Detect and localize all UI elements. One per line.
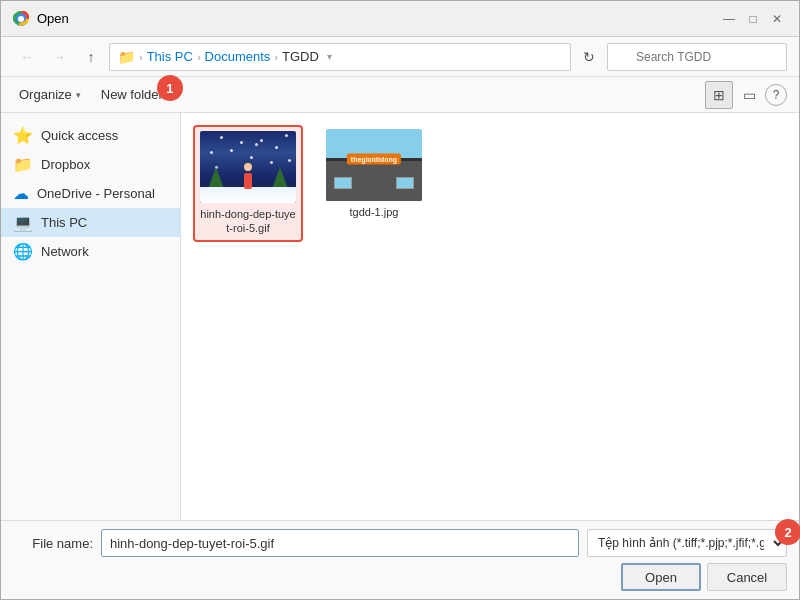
titlebar: Open — □ ✕ <box>1 1 799 37</box>
sidebar-item-label: Dropbox <box>41 157 90 172</box>
up-button[interactable]: ↑ <box>77 43 105 71</box>
step2-badge: 2 <box>775 519 800 545</box>
sidebar: ⭐ Quick access 📁 Dropbox ☁ OneDrive - Pe… <box>1 113 181 520</box>
file-grid: hinh-dong-dep-tuyet-roi-5.gif thegioidid… <box>193 125 787 242</box>
store-window-left <box>334 177 352 189</box>
store-window-right <box>396 177 414 189</box>
view-medium-icons-icon: ⊞ <box>713 87 725 103</box>
step1-badge: 1 <box>157 75 183 101</box>
breadcrumb-sep2: › <box>197 51 201 63</box>
this-pc-icon: 💻 <box>13 213 33 232</box>
snow-scene <box>200 131 296 203</box>
sidebar-item-label: OneDrive - Personal <box>37 186 155 201</box>
chrome-icon <box>13 11 29 27</box>
view-panel-button[interactable]: ▭ <box>735 81 763 109</box>
sidebar-item-quick-access[interactable]: ⭐ Quick access <box>1 121 180 150</box>
back-icon: ← <box>20 49 34 65</box>
organize-label: Organize <box>19 87 72 102</box>
person-body <box>244 173 252 189</box>
help-icon: ? <box>773 88 780 102</box>
onedrive-icon: ☁ <box>13 184 29 203</box>
minimize-button[interactable]: — <box>719 9 739 29</box>
svg-point-1 <box>18 16 24 22</box>
action-row: Open Cancel <box>13 563 787 591</box>
close-button[interactable]: ✕ <box>767 9 787 29</box>
dropbox-icon: 📁 <box>13 155 33 174</box>
sidebar-item-label: This PC <box>41 215 87 230</box>
breadcrumb-this-pc[interactable]: This PC <box>147 49 193 64</box>
sidebar-item-this-pc[interactable]: 💻 This PC <box>1 208 180 237</box>
file-name-gif: hinh-dong-dep-tuyet-roi-5.gif <box>199 207 297 236</box>
file-item-gif[interactable]: hinh-dong-dep-tuyet-roi-5.gif <box>193 125 303 242</box>
cancel-button[interactable]: Cancel <box>707 563 787 591</box>
breadcrumb-chevron: ▾ <box>327 51 332 62</box>
tree-right-icon <box>272 167 288 189</box>
maximize-button[interactable]: □ <box>743 9 763 29</box>
breadcrumb[interactable]: 📁 › This PC › Documents › TGDD ▾ <box>109 43 571 71</box>
filename-input[interactable] <box>101 529 579 557</box>
open-button[interactable]: Open <box>621 563 701 591</box>
filetype-select[interactable]: Tệp hình ảnh (*.tiff;*.pjp;*.jfif;*.g <box>587 529 787 557</box>
organize-button[interactable]: Organize ▾ <box>13 85 87 104</box>
file-area: hinh-dong-dep-tuyet-roi-5.gif thegioidid… <box>181 113 799 520</box>
person-head <box>244 163 252 171</box>
refresh-button[interactable]: ↻ <box>575 43 603 71</box>
store-sign: thegioididong <box>347 154 401 165</box>
file-thumbnail-jpg: thegioididong <box>326 129 422 201</box>
breadcrumb-sep3: › <box>274 51 278 63</box>
file-item-jpg[interactable]: thegioididong tgdd-1.jpg <box>319 125 429 242</box>
view-medium-icons-button[interactable]: ⊞ <box>705 81 733 109</box>
file-name-jpg: tgdd-1.jpg <box>350 205 399 219</box>
new-folder-label: New folder <box>101 87 163 102</box>
sidebar-item-network[interactable]: 🌐 Network <box>1 237 180 266</box>
up-icon: ↑ <box>88 49 95 65</box>
store-scene: thegioididong <box>326 129 422 201</box>
forward-icon: → <box>52 49 66 65</box>
snow-ground <box>200 187 296 203</box>
bottom-bar: File name: Tệp hình ảnh (*.tiff;*.pjp;*.… <box>1 520 799 599</box>
file-thumbnail-gif <box>200 131 296 203</box>
sidebar-item-onedrive[interactable]: ☁ OneDrive - Personal <box>1 179 180 208</box>
window-title: Open <box>37 11 69 26</box>
tree-left-icon <box>208 167 224 189</box>
breadcrumb-tgdd: TGDD <box>282 49 319 64</box>
search-wrapper: 🔍 <box>607 43 787 71</box>
sidebar-item-label: Network <box>41 244 89 259</box>
sidebar-item-label: Quick access <box>41 128 118 143</box>
forward-button[interactable]: → <box>45 43 73 71</box>
breadcrumb-sep: › <box>139 51 143 63</box>
filename-row: File name: Tệp hình ảnh (*.tiff;*.pjp;*.… <box>13 529 787 557</box>
open-dialog: Open — □ ✕ ← → ↑ 📁 › This PC › Documents… <box>0 0 800 600</box>
folder-icon: 📁 <box>118 49 135 65</box>
view-panel-icon: ▭ <box>743 87 756 103</box>
file-name-label: File name: <box>13 536 93 551</box>
organize-chevron: ▾ <box>76 90 81 100</box>
main-area: ⭐ Quick access 📁 Dropbox ☁ OneDrive - Pe… <box>1 113 799 520</box>
breadcrumb-documents[interactable]: Documents <box>205 49 271 64</box>
search-input[interactable] <box>607 43 787 71</box>
sidebar-item-dropbox[interactable]: 📁 Dropbox <box>1 150 180 179</box>
view-buttons: ⊞ ▭ ? <box>705 81 787 109</box>
back-button[interactable]: ← <box>13 43 41 71</box>
refresh-icon: ↻ <box>583 49 595 65</box>
network-icon: 🌐 <box>13 242 33 261</box>
help-button[interactable]: ? <box>765 84 787 106</box>
navigation-bar: ← → ↑ 📁 › This PC › Documents › TGDD ▾ ↻… <box>1 37 799 77</box>
quick-access-icon: ⭐ <box>13 126 33 145</box>
toolbar: Organize ▾ New folder 1 ⊞ ▭ ? <box>1 77 799 113</box>
